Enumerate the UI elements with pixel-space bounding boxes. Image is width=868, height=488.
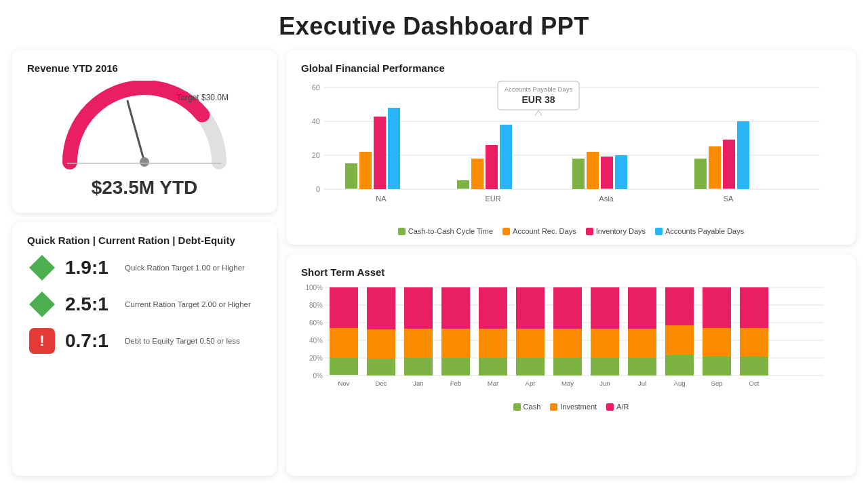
svg-text:Jan: Jan (413, 380, 423, 387)
sta-legend-item-ar: A/R (606, 403, 629, 411)
svg-rect-17 (471, 159, 484, 189)
svg-text:SA: SA (724, 195, 734, 203)
svg-rect-16 (457, 180, 469, 189)
dashboard-body: Revenue YTD 2016 Target $30.0M (0, 50, 868, 484)
svg-text:100%: 100% (305, 284, 323, 291)
svg-marker-34 (534, 110, 542, 117)
gfp-legend-item-4: Accounts Payable Days (655, 227, 744, 235)
svg-rect-68 (516, 358, 545, 375)
svg-rect-50 (330, 287, 358, 328)
svg-rect-62 (441, 287, 470, 329)
svg-point-1 (140, 157, 149, 167)
svg-rect-94 (740, 287, 768, 328)
svg-rect-78 (591, 287, 619, 329)
svg-text:Jul: Jul (638, 380, 646, 387)
sta-legend-label-investment: Investment (560, 403, 597, 411)
svg-rect-52 (367, 359, 395, 375)
svg-text:May: May (561, 380, 574, 387)
svg-rect-65 (479, 329, 507, 358)
legend-color-cash-cycle (398, 228, 406, 235)
ratios-title: Quick Ration | Current Ration | Debt-Equ… (27, 235, 262, 246)
svg-rect-80 (628, 358, 656, 375)
legend-color-cash (513, 403, 521, 411)
right-column: Global Financial Performance 60 40 20 0 (286, 50, 856, 476)
svg-rect-58 (404, 287, 433, 329)
ratio-row-quick: 1.9:1 Quick Ration Target 1.00 or Higher (27, 253, 262, 283)
svg-text:Aug: Aug (674, 380, 686, 387)
svg-rect-60 (441, 358, 470, 375)
ratio-row-current: 2.5:1 Current Ration Target 2.00 or High… (27, 289, 262, 319)
svg-rect-89 (703, 328, 731, 357)
svg-rect-76 (591, 358, 619, 375)
svg-rect-86 (665, 287, 694, 325)
svg-rect-13 (374, 117, 386, 189)
gfp-title: Global Financial Performance (301, 62, 841, 74)
svg-rect-11 (345, 163, 357, 189)
gfp-legend-label-1: Cash-to-Cash Cycle Time (408, 227, 493, 235)
svg-text:EUR: EUR (485, 195, 500, 203)
sta-legend-label-ar: A/R (616, 403, 629, 411)
svg-rect-70 (516, 287, 545, 329)
svg-rect-77 (591, 329, 619, 358)
svg-rect-74 (553, 287, 582, 329)
svg-rect-84 (665, 355, 694, 375)
svg-rect-88 (703, 357, 731, 375)
sta-legend: Cash Investment A/R (301, 403, 841, 411)
svg-text:20%: 20% (309, 354, 323, 362)
sta-card: Short Term Asset 100% 80% 60% 40% 20% 0% (286, 254, 856, 476)
svg-rect-29 (737, 121, 749, 189)
legend-color-account-rec (502, 228, 510, 235)
ratio-value-debt: 0.7:1 (65, 330, 119, 352)
svg-rect-27 (709, 146, 721, 189)
sta-legend-item-cash: Cash (513, 403, 541, 411)
svg-text:0: 0 (316, 185, 320, 193)
svg-rect-24 (615, 155, 627, 189)
svg-rect-90 (703, 287, 731, 328)
svg-rect-73 (553, 329, 582, 358)
svg-text:EUR 38: EUR 38 (521, 94, 555, 105)
gauge-ytd-value: $23.5M YTD (92, 177, 198, 199)
legend-color-inventory (586, 228, 593, 235)
svg-text:Oct: Oct (749, 380, 760, 387)
gauge-area: Target $30.0M $23.5M YTD (27, 81, 262, 199)
svg-text:Dec: Dec (376, 380, 387, 387)
svg-rect-53 (367, 329, 395, 359)
gfp-legend-item-2: Account Rec. Days (502, 227, 576, 235)
sta-title: Short Term Asset (301, 266, 841, 278)
svg-rect-12 (359, 152, 372, 189)
svg-rect-49 (330, 328, 358, 358)
svg-text:60%: 60% (309, 319, 323, 327)
svg-text:0%: 0% (313, 372, 323, 380)
legend-color-investment (550, 403, 557, 411)
svg-rect-22 (587, 152, 599, 189)
svg-rect-64 (479, 358, 507, 375)
sta-legend-item-investment: Investment (550, 403, 597, 411)
svg-text:Jun: Jun (599, 380, 610, 387)
ratio-desc-debt: Debt to Equity Target 0.50 or less (125, 337, 240, 345)
svg-rect-92 (740, 357, 768, 375)
svg-text:Feb: Feb (450, 380, 461, 387)
gfp-legend-label-4: Accounts Payable Days (665, 227, 744, 235)
gfp-legend-item-1: Cash-to-Cash Cycle Time (398, 227, 493, 235)
page-title: Executive Dashboard PPT (0, 0, 868, 50)
svg-text:NA: NA (376, 195, 387, 203)
sta-chart-svg: 100% 80% 60% 40% 20% 0% (301, 282, 830, 396)
svg-rect-93 (740, 328, 768, 357)
ratio-diamond-debt: ! (27, 326, 57, 356)
svg-rect-57 (404, 329, 433, 358)
ratio-desc-quick: Quick Ration Target 1.00 or Higher (125, 264, 245, 272)
ratio-value-current: 2.5:1 (65, 293, 119, 315)
svg-line-0 (127, 101, 144, 162)
ratio-value-quick: 1.9:1 (65, 257, 119, 279)
svg-rect-23 (601, 157, 613, 189)
svg-rect-28 (723, 140, 735, 189)
svg-text:Mar: Mar (488, 380, 498, 387)
svg-text:Nov: Nov (338, 380, 350, 387)
exclaim-icon-red: ! (29, 328, 55, 354)
ratio-row-debt: ! 0.7:1 Debt to Equity Target 0.50 or le… (27, 326, 262, 356)
diamond-icon-green-2 (29, 291, 55, 317)
gfp-chart-svg: 60 40 20 0 (301, 78, 830, 220)
gfp-legend-label-2: Account Rec. Days (513, 227, 576, 235)
gfp-legend-label-3: Inventory Days (596, 227, 646, 235)
svg-rect-82 (628, 287, 656, 329)
